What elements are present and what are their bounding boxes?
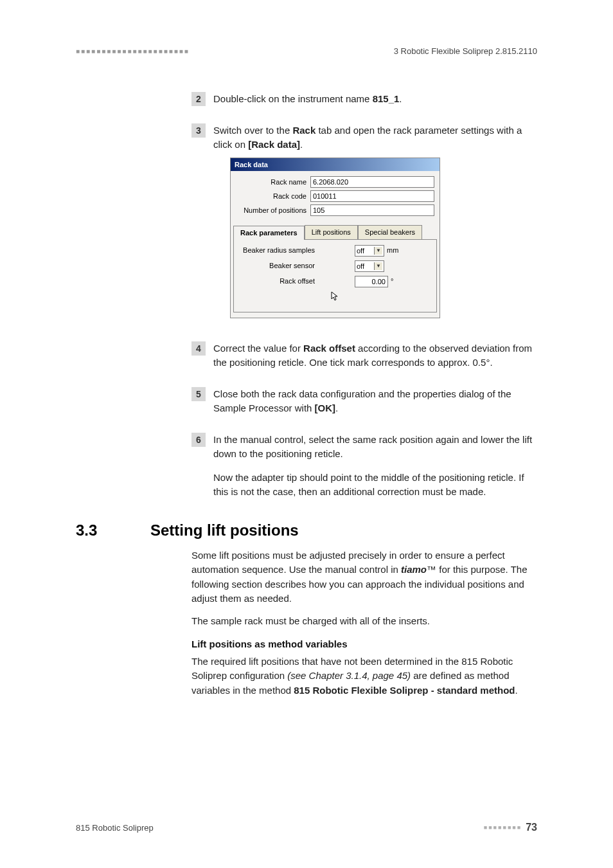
- footer-right: ■■■■■■■■ 73: [484, 822, 537, 833]
- trademark-symbol: ™: [427, 564, 436, 575]
- beaker-radius-row: Beaker radius samples off ▼ mm: [238, 245, 432, 257]
- step-3: 3 Switch over to the Rack tab and open t…: [191, 123, 537, 325]
- rack-offset-label: Rack offset: [238, 276, 320, 287]
- text: .: [300, 139, 303, 150]
- text: Correct the value for: [213, 343, 303, 354]
- footer-product-name: 815 Robotic Soliprep: [76, 823, 154, 833]
- rack-data-dialog: Rack data Rack name 6.2068.020 Rack code…: [230, 158, 440, 318]
- step-5-text: Close both the rack data configuration a…: [213, 387, 537, 416]
- dropdown-value: off: [357, 246, 364, 255]
- page: ■■■■■■■■■■■■■■■■■■■■■■ 3 Robotic Flexibl…: [0, 0, 613, 868]
- step-6-text: In the manual control, select the same r…: [213, 433, 537, 500]
- section-title: Setting lift positions: [150, 521, 299, 539]
- rack-offset-field[interactable]: 0.00: [355, 276, 388, 287]
- rack-code-label: Rack code: [236, 191, 310, 202]
- unit-mm: mm: [387, 245, 398, 256]
- rack-offset-row: Rack offset 0.00 °: [238, 276, 432, 287]
- section-heading: 3.3 Setting lift positions: [76, 521, 537, 539]
- text: Double-click on the instrument name: [213, 93, 373, 104]
- tab-lift-positions[interactable]: Lift positions: [305, 225, 358, 239]
- bold-text: [Rack data]: [248, 139, 300, 150]
- step-2: 2 Double-click on the instrument name 81…: [191, 92, 537, 107]
- section-body: Some lift positions must be adjusted pre…: [191, 548, 537, 698]
- dialog-form-area: Rack name 6.2068.020 Rack code 010011 Nu…: [231, 171, 440, 221]
- step-number-badge: 6: [191, 433, 206, 447]
- bold-italic-text: tiamo: [401, 564, 427, 575]
- text: .: [399, 93, 402, 104]
- rack-name-label: Rack name: [236, 177, 310, 188]
- dropdown-value: off: [357, 262, 364, 271]
- paragraph: Some lift positions must be adjusted pre…: [191, 548, 537, 606]
- step-number-badge: 5: [191, 387, 206, 401]
- step-4: 4 Correct the value for Rack offset acco…: [191, 341, 537, 370]
- tab-rack-parameters[interactable]: Rack parameters: [233, 226, 305, 240]
- bold-text: 815_1: [373, 93, 400, 104]
- step-list: 2 Double-click on the instrument name 81…: [191, 92, 537, 500]
- step-3-text: Switch over to the Rack tab and open the…: [213, 123, 537, 325]
- bold-text: Rack offset: [303, 343, 355, 354]
- header-left-dashes: ■■■■■■■■■■■■■■■■■■■■■■: [76, 48, 190, 55]
- rack-name-field[interactable]: 6.2068.020: [310, 176, 434, 188]
- paragraph: The sample rack must be charged with all…: [191, 614, 537, 629]
- tabs-bar: Rack parameters Lift positions Special b…: [233, 225, 437, 239]
- bold-text: 815 Robotic Flexible Soliprep - standard…: [294, 685, 515, 696]
- page-number: 73: [526, 822, 537, 833]
- num-positions-row: Number of positions 105: [236, 204, 434, 216]
- italic-cross-reference: (see Chapter 3.1.4, page 45): [287, 670, 411, 681]
- unit-degree: °: [391, 276, 393, 287]
- text: .: [335, 402, 338, 413]
- step-number-badge: 2: [191, 92, 206, 106]
- text: .: [515, 685, 518, 696]
- chevron-down-icon: ▼: [374, 247, 382, 255]
- step-number-badge: 3: [191, 123, 206, 138]
- beaker-sensor-label: Beaker sensor: [238, 260, 320, 271]
- paragraph: The required lift positions that have no…: [191, 655, 537, 698]
- chevron-down-icon: ▼: [374, 262, 382, 270]
- beaker-radius-label: Beaker radius samples: [238, 245, 320, 256]
- header-chapter-title: 3 Robotic Flexible Soliprep 2.815.2110: [394, 46, 537, 56]
- bold-text: [OK]: [315, 402, 336, 413]
- cursor-icon: [330, 291, 432, 305]
- subheading: Lift positions as method variables: [191, 637, 537, 652]
- running-footer: 815 Robotic Soliprep ■■■■■■■■ 73: [76, 822, 537, 833]
- cursor-glyph-icon: [330, 291, 339, 302]
- step-6: 6 In the manual control, select the same…: [191, 433, 537, 500]
- text: In the manual control, select the same r…: [213, 434, 532, 460]
- num-positions-label: Number of positions: [236, 205, 310, 216]
- rack-code-field[interactable]: 010011: [310, 190, 434, 202]
- dialog-titlebar: Rack data: [231, 158, 440, 172]
- tab-special-beakers[interactable]: Special beakers: [358, 225, 422, 239]
- bold-text: Rack: [292, 125, 315, 136]
- step-4-text: Correct the value for Rack offset accord…: [213, 341, 537, 370]
- text: Switch over to the: [213, 125, 292, 136]
- beaker-sensor-dropdown[interactable]: off ▼: [355, 260, 384, 272]
- rack-code-row: Rack code 010011: [236, 190, 434, 202]
- step-5: 5 Close both the rack data configuration…: [191, 387, 537, 416]
- rack-name-row: Rack name 6.2068.020: [236, 176, 434, 188]
- running-header: ■■■■■■■■■■■■■■■■■■■■■■ 3 Robotic Flexibl…: [76, 46, 537, 56]
- step-6-result-text: Now the adapter tip should point to the …: [213, 471, 537, 500]
- beaker-radius-dropdown[interactable]: off ▼: [355, 245, 384, 257]
- step-2-text: Double-click on the instrument name 815_…: [213, 92, 402, 107]
- tab-panel-rack-parameters: Beaker radius samples off ▼ mm Beaker se…: [233, 239, 437, 312]
- section-number: 3.3: [76, 521, 150, 539]
- beaker-sensor-row: Beaker sensor off ▼: [238, 260, 432, 272]
- footer-dashes: ■■■■■■■■: [484, 824, 522, 831]
- num-positions-field[interactable]: 105: [310, 204, 434, 216]
- text: Close both the rack data configuration a…: [213, 388, 511, 414]
- step-number-badge: 4: [191, 341, 206, 356]
